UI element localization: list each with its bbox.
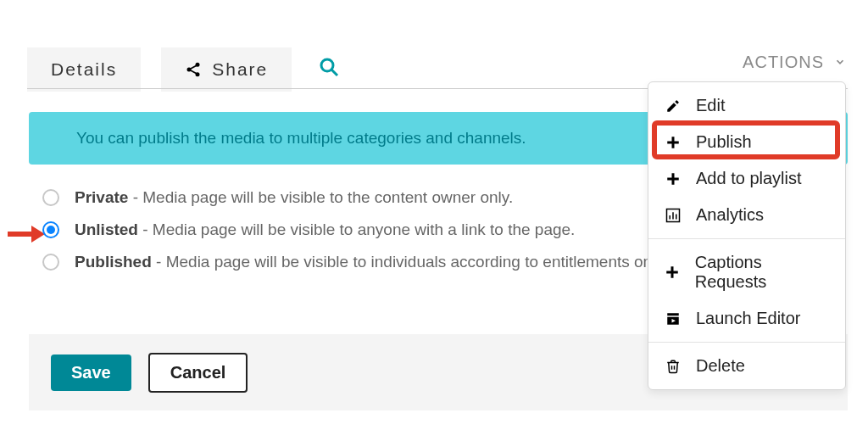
svg-rect-10 xyxy=(667,141,679,143)
svg-rect-19 xyxy=(667,313,679,315)
menu-separator xyxy=(648,238,845,239)
menu-delete-label: Delete xyxy=(696,356,745,376)
cancel-button[interactable]: Cancel xyxy=(148,353,248,393)
menu-add-to-playlist[interactable]: Add to playlist xyxy=(648,160,845,197)
plus-icon xyxy=(664,263,682,282)
tab-share-label: Share xyxy=(212,59,268,80)
radio-icon[interactable] xyxy=(42,221,59,238)
tab-share[interactable]: Share xyxy=(161,47,292,92)
annotation-arrow xyxy=(8,225,45,243)
share-icon xyxy=(185,61,202,78)
svg-rect-18 xyxy=(667,271,679,274)
svg-point-5 xyxy=(321,59,333,71)
save-button-label: Save xyxy=(71,363,111,382)
chevron-down-icon xyxy=(834,53,846,72)
radio-icon[interactable] xyxy=(42,189,59,206)
menu-separator xyxy=(648,342,845,343)
pencil-icon xyxy=(664,97,682,115)
trash-icon xyxy=(664,357,682,376)
radio-icon[interactable] xyxy=(42,254,59,271)
plus-icon xyxy=(664,133,682,152)
actions-button-label: ACTIONS xyxy=(743,53,824,72)
actions-button[interactable]: ACTIONS xyxy=(743,53,846,72)
menu-publish-label: Publish xyxy=(696,132,752,152)
radio-label: Private - Media page will be visible to … xyxy=(75,188,513,207)
cancel-button-label: Cancel xyxy=(170,363,226,382)
editor-icon xyxy=(664,310,682,328)
tab-details-label: Details xyxy=(51,59,117,80)
menu-launch-editor[interactable]: Launch Editor xyxy=(648,300,845,337)
svg-rect-4 xyxy=(189,69,198,74)
menu-captions-label: Captions Requests xyxy=(695,253,830,292)
tabs: Details Share xyxy=(27,47,346,92)
actions-dropdown: Edit Publish Add to playlist Analytics C… xyxy=(648,81,846,390)
menu-delete[interactable]: Delete xyxy=(648,348,845,384)
menu-launch-editor-label: Launch Editor xyxy=(696,309,800,328)
menu-add-to-playlist-label: Add to playlist xyxy=(696,169,802,188)
svg-rect-12 xyxy=(667,177,679,180)
menu-analytics[interactable]: Analytics xyxy=(648,197,845,233)
svg-line-6 xyxy=(331,70,337,75)
menu-edit-label: Edit xyxy=(696,96,725,115)
analytics-icon xyxy=(664,206,682,225)
menu-edit[interactable]: Edit xyxy=(648,87,845,124)
plus-icon xyxy=(664,170,682,188)
publish-notice-text: You can publish the media to multiple ca… xyxy=(76,129,526,148)
save-button[interactable]: Save xyxy=(51,354,131,391)
tab-details[interactable]: Details xyxy=(27,47,141,92)
radio-label: Unlisted - Media page will be visible to… xyxy=(75,220,575,239)
menu-analytics-label: Analytics xyxy=(696,205,764,225)
menu-captions[interactable]: Captions Requests xyxy=(648,244,845,300)
search-icon[interactable] xyxy=(312,50,346,89)
menu-publish[interactable]: Publish xyxy=(648,124,845,160)
